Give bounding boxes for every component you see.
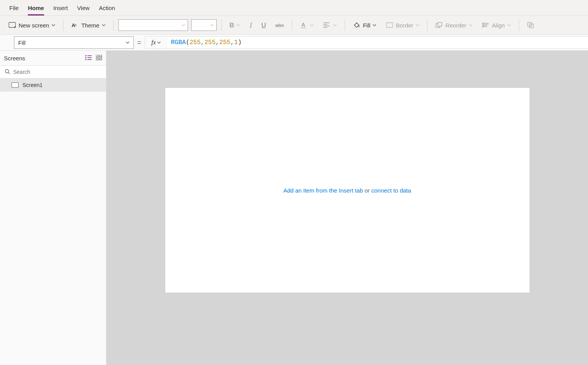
separator bbox=[519, 19, 519, 31]
formula-bar: Fill = fx RGBA(255, 255, 255, 1) bbox=[0, 34, 588, 51]
svg-rect-26 bbox=[96, 58, 98, 60]
fx-button[interactable]: fx bbox=[145, 36, 167, 49]
text-align-button[interactable] bbox=[320, 20, 340, 31]
chevron-down-icon bbox=[102, 23, 106, 27]
svg-point-20 bbox=[85, 57, 87, 58]
separator bbox=[63, 19, 63, 31]
svg-rect-24 bbox=[96, 55, 98, 57]
formula-token-num: 255 bbox=[204, 39, 215, 46]
svg-rect-27 bbox=[99, 58, 102, 60]
bold-button[interactable]: B bbox=[226, 20, 243, 30]
formula-token-comma: , bbox=[201, 39, 205, 46]
strikethrough-button[interactable]: abc bbox=[272, 21, 287, 29]
underline-icon: U bbox=[262, 22, 266, 29]
property-name: Fill bbox=[18, 39, 26, 46]
menu-home[interactable]: Home bbox=[28, 0, 44, 15]
svg-text:A: A bbox=[301, 22, 305, 28]
align-button[interactable]: Align bbox=[479, 20, 514, 31]
font-size-select[interactable] bbox=[191, 19, 217, 31]
svg-rect-0 bbox=[9, 22, 15, 27]
design-canvas[interactable]: Add an item from the Insert tab or conne… bbox=[165, 88, 530, 293]
border-button[interactable]: Border bbox=[383, 20, 422, 31]
svg-rect-12 bbox=[438, 22, 442, 26]
tree-item-label: Screen1 bbox=[22, 82, 43, 88]
menu-insert[interactable]: Insert bbox=[53, 0, 68, 15]
group-button[interactable] bbox=[524, 20, 538, 31]
formula-token-fn: RGBA bbox=[171, 39, 186, 46]
chevron-down-icon bbox=[310, 23, 314, 27]
theme-icon: Aa bbox=[71, 21, 79, 29]
reorder-button[interactable]: Reorder bbox=[432, 20, 475, 31]
equals-sign: = bbox=[134, 35, 145, 50]
tree-item-screen1[interactable]: Screen1 bbox=[0, 78, 106, 92]
tree-search-input[interactable] bbox=[13, 69, 101, 75]
chevron-down-icon bbox=[236, 23, 240, 27]
reorder-icon bbox=[435, 21, 443, 29]
fx-label: fx bbox=[151, 39, 156, 46]
separator bbox=[221, 19, 222, 31]
tree-search[interactable] bbox=[0, 65, 106, 78]
menu-bar: File Home Insert View Action bbox=[0, 0, 588, 16]
svg-rect-4 bbox=[301, 27, 306, 28]
svg-rect-25 bbox=[99, 55, 102, 57]
canvas-area: Add an item from the Insert tab or conne… bbox=[106, 51, 588, 365]
chevron-down-icon bbox=[415, 23, 419, 27]
menu-view[interactable]: View bbox=[77, 0, 89, 15]
formula-token-paren: ( bbox=[186, 39, 190, 46]
formula-token-num: 1 bbox=[234, 39, 238, 46]
formula-token-comma: , bbox=[231, 39, 234, 46]
new-screen-label: New screen bbox=[19, 22, 49, 29]
search-icon bbox=[5, 69, 10, 75]
chevron-down-icon bbox=[51, 23, 55, 27]
align-objects-icon bbox=[482, 21, 490, 29]
canvas-hint: Add an item from the Insert tab or conne… bbox=[283, 187, 411, 194]
svg-rect-10 bbox=[386, 23, 393, 27]
separator bbox=[345, 19, 345, 31]
font-color-button[interactable]: A bbox=[297, 20, 317, 31]
italic-button[interactable]: I bbox=[246, 20, 255, 31]
tree-title: Screens bbox=[4, 55, 25, 61]
underline-button[interactable]: U bbox=[258, 20, 269, 30]
insert-tab-link[interactable]: Add an item from the Insert tab bbox=[283, 187, 363, 194]
formula-token-num: 255 bbox=[219, 39, 231, 46]
new-screen-button[interactable]: New screen bbox=[5, 20, 58, 31]
svg-rect-15 bbox=[484, 26, 487, 27]
formula-input[interactable]: RGBA(255, 255, 255, 1) bbox=[167, 36, 588, 49]
screen-icon bbox=[9, 21, 16, 29]
tree-list: Screen1 bbox=[0, 78, 106, 365]
border-label: Border bbox=[396, 22, 413, 29]
svg-rect-9 bbox=[354, 27, 360, 28]
svg-point-22 bbox=[85, 59, 87, 60]
font-family-select[interactable] bbox=[118, 19, 188, 31]
svg-text:a: a bbox=[75, 23, 77, 27]
theme-button[interactable]: Aa Theme bbox=[68, 20, 109, 31]
tree-grid-view-icon[interactable] bbox=[96, 55, 102, 61]
fill-bucket-icon bbox=[353, 21, 361, 29]
formula-token-paren: ) bbox=[238, 39, 242, 46]
theme-label: Theme bbox=[81, 22, 99, 29]
italic-icon: I bbox=[250, 22, 252, 29]
chevron-down-icon bbox=[373, 23, 376, 27]
bold-icon: B bbox=[229, 22, 234, 29]
tree-header: Screens bbox=[0, 51, 106, 65]
chevron-down-icon bbox=[157, 41, 161, 44]
menu-file[interactable]: File bbox=[9, 0, 19, 15]
chevron-down-icon bbox=[126, 41, 130, 44]
fill-label: Fill bbox=[363, 22, 370, 29]
align-left-icon bbox=[323, 21, 331, 29]
tree-list-view-icon[interactable] bbox=[85, 55, 92, 61]
separator bbox=[427, 19, 427, 31]
separator bbox=[113, 19, 114, 31]
fill-button[interactable]: Fill bbox=[350, 20, 379, 31]
chevron-down-icon bbox=[469, 23, 473, 27]
property-selector[interactable]: Fill bbox=[14, 36, 134, 49]
svg-rect-14 bbox=[484, 23, 488, 24]
border-icon bbox=[386, 21, 393, 29]
group-icon bbox=[527, 21, 535, 29]
svg-point-18 bbox=[85, 55, 87, 56]
font-color-icon: A bbox=[300, 21, 308, 29]
menu-action[interactable]: Action bbox=[99, 0, 115, 15]
reorder-label: Reorder bbox=[445, 22, 466, 29]
connect-data-link[interactable]: connect to data bbox=[371, 187, 411, 194]
chevron-down-icon bbox=[181, 23, 185, 27]
